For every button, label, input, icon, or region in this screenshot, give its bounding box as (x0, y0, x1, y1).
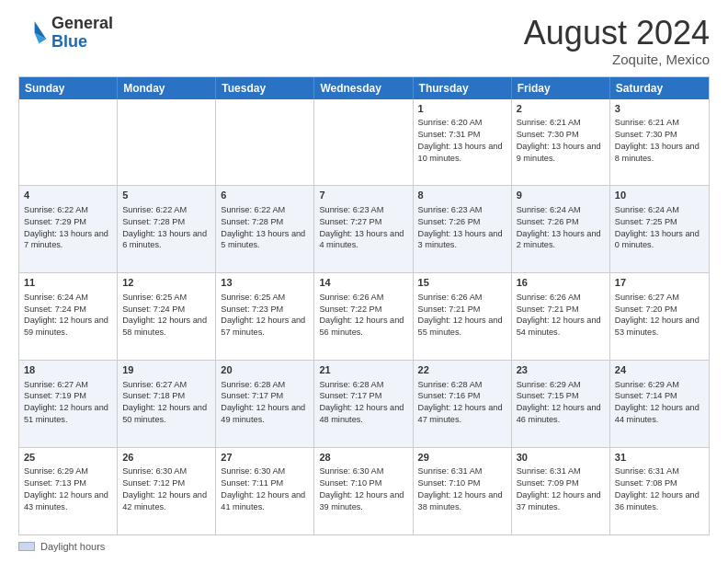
day-info: Sunrise: 6:27 AM Sunset: 7:18 PM Dayligh… (122, 380, 207, 425)
calendar-cell: 15Sunrise: 6:26 AM Sunset: 7:21 PM Dayli… (414, 273, 512, 360)
day-info: Sunrise: 6:24 AM Sunset: 7:24 PM Dayligh… (24, 293, 108, 338)
day-number: 9 (517, 189, 605, 202)
location: Zoquite, Mexico (524, 52, 710, 67)
calendar-cell: 11Sunrise: 6:24 AM Sunset: 7:24 PM Dayli… (19, 273, 118, 360)
calendar-week-row: 1Sunrise: 6:20 AM Sunset: 7:31 PM Daylig… (19, 99, 709, 186)
calendar-cell: 22Sunrise: 6:28 AM Sunset: 7:16 PM Dayli… (414, 361, 512, 447)
calendar-cell: 1Sunrise: 6:20 AM Sunset: 7:31 PM Daylig… (414, 99, 512, 186)
calendar-cell: 9Sunrise: 6:24 AM Sunset: 7:26 PM Daylig… (512, 186, 610, 272)
day-number: 20 (221, 363, 309, 377)
day-number: 1 (418, 102, 506, 116)
header: General Blue August 2024 Zoquite, Mexico (18, 15, 710, 67)
calendar-cell: 23Sunrise: 6:29 AM Sunset: 7:15 PM Dayli… (512, 361, 610, 447)
calendar-week-row: 18Sunrise: 6:27 AM Sunset: 7:19 PM Dayli… (19, 360, 709, 447)
calendar-cell: 8Sunrise: 6:23 AM Sunset: 7:26 PM Daylig… (414, 186, 512, 272)
day-info: Sunrise: 6:27 AM Sunset: 7:20 PM Dayligh… (615, 293, 700, 338)
calendar-cell: 31Sunrise: 6:31 AM Sunset: 7:08 PM Dayli… (610, 448, 709, 534)
calendar-cell: 19Sunrise: 6:27 AM Sunset: 7:18 PM Dayli… (118, 361, 216, 447)
day-info: Sunrise: 6:24 AM Sunset: 7:26 PM Dayligh… (517, 205, 601, 250)
day-number: 14 (319, 276, 407, 290)
day-number: 29 (418, 451, 506, 465)
calendar-cell: 13Sunrise: 6:25 AM Sunset: 7:23 PM Dayli… (216, 273, 314, 360)
calendar-body: 1Sunrise: 6:20 AM Sunset: 7:31 PM Daylig… (19, 99, 709, 534)
day-number: 22 (418, 363, 506, 377)
day-number: 2 (517, 102, 605, 116)
day-info: Sunrise: 6:28 AM Sunset: 7:17 PM Dayligh… (319, 380, 404, 425)
day-number: 30 (517, 451, 605, 465)
calendar-cell: 20Sunrise: 6:28 AM Sunset: 7:17 PM Dayli… (216, 361, 314, 447)
day-number: 23 (517, 363, 605, 377)
page: General Blue August 2024 Zoquite, Mexico… (0, 0, 728, 563)
calendar-cell (118, 99, 216, 186)
day-info: Sunrise: 6:22 AM Sunset: 7:28 PM Dayligh… (122, 205, 207, 250)
day-number: 3 (615, 102, 704, 116)
day-info: Sunrise: 6:28 AM Sunset: 7:17 PM Dayligh… (221, 380, 305, 425)
day-number: 13 (221, 276, 309, 290)
day-info: Sunrise: 6:30 AM Sunset: 7:10 PM Dayligh… (319, 466, 404, 511)
calendar-cell (314, 99, 413, 186)
day-number: 6 (221, 189, 309, 202)
day-number: 17 (615, 276, 704, 290)
day-info: Sunrise: 6:29 AM Sunset: 7:13 PM Dayligh… (24, 466, 108, 511)
logo: General Blue (18, 15, 113, 52)
calendar-week-row: 11Sunrise: 6:24 AM Sunset: 7:24 PM Dayli… (19, 272, 709, 360)
day-info: Sunrise: 6:25 AM Sunset: 7:24 PM Dayligh… (122, 293, 207, 338)
calendar-cell: 30Sunrise: 6:31 AM Sunset: 7:09 PM Dayli… (512, 448, 610, 534)
day-info: Sunrise: 6:31 AM Sunset: 7:08 PM Dayligh… (615, 466, 700, 511)
day-number: 16 (517, 276, 605, 290)
calendar-cell: 29Sunrise: 6:31 AM Sunset: 7:10 PM Dayli… (414, 448, 512, 534)
calendar-cell: 2Sunrise: 6:21 AM Sunset: 7:30 PM Daylig… (512, 99, 610, 186)
day-info: Sunrise: 6:26 AM Sunset: 7:21 PM Dayligh… (517, 293, 601, 338)
calendar-day-header: Tuesday (216, 77, 314, 99)
day-number: 24 (615, 363, 704, 377)
calendar-week-row: 4Sunrise: 6:22 AM Sunset: 7:29 PM Daylig… (19, 185, 709, 272)
day-info: Sunrise: 6:23 AM Sunset: 7:26 PM Dayligh… (418, 205, 503, 250)
calendar-cell: 21Sunrise: 6:28 AM Sunset: 7:17 PM Dayli… (314, 361, 413, 447)
calendar-cell: 14Sunrise: 6:26 AM Sunset: 7:22 PM Dayli… (314, 273, 413, 360)
day-number: 8 (418, 189, 506, 202)
day-number: 27 (221, 451, 309, 465)
calendar-cell: 18Sunrise: 6:27 AM Sunset: 7:19 PM Dayli… (19, 361, 118, 447)
logo-icon (18, 18, 48, 48)
day-info: Sunrise: 6:23 AM Sunset: 7:27 PM Dayligh… (319, 205, 404, 250)
day-info: Sunrise: 6:29 AM Sunset: 7:14 PM Dayligh… (615, 380, 700, 425)
calendar-cell (19, 99, 118, 186)
calendar-header: SundayMondayTuesdayWednesdayThursdayFrid… (19, 77, 709, 99)
logo-general-text: General (51, 14, 113, 32)
day-info: Sunrise: 6:22 AM Sunset: 7:28 PM Dayligh… (221, 205, 305, 250)
day-info: Sunrise: 6:25 AM Sunset: 7:23 PM Dayligh… (221, 293, 305, 338)
day-number: 11 (24, 276, 112, 290)
day-number: 10 (615, 189, 704, 202)
day-info: Sunrise: 6:29 AM Sunset: 7:15 PM Dayligh… (517, 380, 601, 425)
day-number: 5 (122, 189, 210, 202)
calendar-cell (216, 99, 314, 186)
calendar-cell: 17Sunrise: 6:27 AM Sunset: 7:20 PM Dayli… (610, 273, 709, 360)
day-info: Sunrise: 6:27 AM Sunset: 7:19 PM Dayligh… (24, 380, 108, 425)
day-number: 21 (319, 363, 407, 377)
logo-text: General Blue (51, 15, 113, 52)
day-info: Sunrise: 6:30 AM Sunset: 7:12 PM Dayligh… (122, 466, 207, 511)
calendar-day-header: Friday (512, 77, 610, 99)
calendar-week-row: 25Sunrise: 6:29 AM Sunset: 7:13 PM Dayli… (19, 447, 709, 534)
calendar-cell: 28Sunrise: 6:30 AM Sunset: 7:10 PM Dayli… (314, 448, 413, 534)
calendar-day-header: Wednesday (314, 77, 413, 99)
day-number: 31 (615, 451, 704, 465)
day-number: 12 (122, 276, 210, 290)
day-info: Sunrise: 6:31 AM Sunset: 7:10 PM Dayligh… (418, 466, 503, 511)
logo-blue-text: Blue (51, 32, 87, 51)
day-info: Sunrise: 6:21 AM Sunset: 7:30 PM Dayligh… (615, 118, 700, 163)
calendar-cell: 6Sunrise: 6:22 AM Sunset: 7:28 PM Daylig… (216, 186, 314, 272)
calendar: SundayMondayTuesdayWednesdayThursdayFrid… (18, 76, 710, 535)
day-number: 19 (122, 363, 210, 377)
calendar-cell: 12Sunrise: 6:25 AM Sunset: 7:24 PM Dayli… (118, 273, 216, 360)
day-number: 25 (24, 451, 112, 465)
calendar-day-header: Monday (118, 77, 216, 99)
calendar-cell: 7Sunrise: 6:23 AM Sunset: 7:27 PM Daylig… (314, 186, 413, 272)
calendar-cell: 26Sunrise: 6:30 AM Sunset: 7:12 PM Dayli… (118, 448, 216, 534)
calendar-cell: 16Sunrise: 6:26 AM Sunset: 7:21 PM Dayli… (512, 273, 610, 360)
calendar-cell: 10Sunrise: 6:24 AM Sunset: 7:25 PM Dayli… (610, 186, 709, 272)
calendar-day-header: Thursday (414, 77, 512, 99)
calendar-cell: 4Sunrise: 6:22 AM Sunset: 7:29 PM Daylig… (19, 186, 118, 272)
day-info: Sunrise: 6:31 AM Sunset: 7:09 PM Dayligh… (517, 466, 601, 511)
calendar-day-header: Saturday (610, 77, 709, 99)
